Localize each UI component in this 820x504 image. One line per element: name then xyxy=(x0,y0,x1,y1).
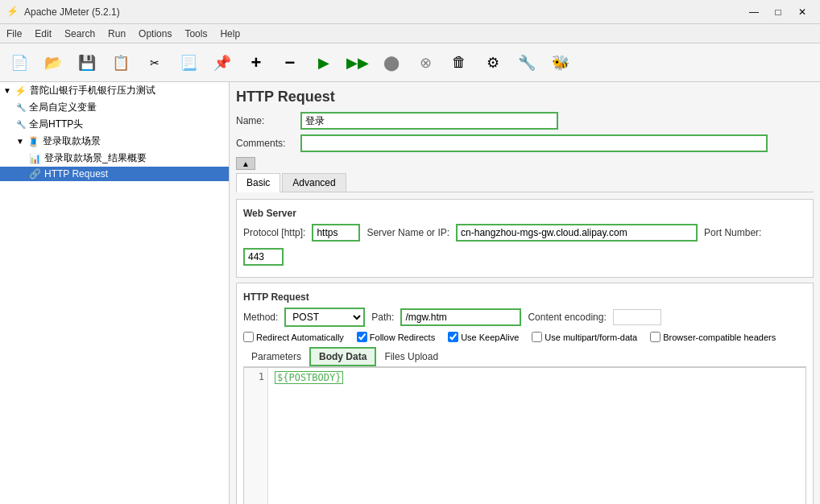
checkbox-follow-redirects: Follow Redirects xyxy=(357,332,435,342)
name-input[interactable] xyxy=(300,112,558,130)
main-tabs: Basic Advanced xyxy=(236,173,814,192)
checkbox-browser-compat: Browser-compatible headers xyxy=(650,332,776,342)
menu-tools[interactable]: Tools xyxy=(178,24,213,43)
tree-label-scenario: 登录取款场景 xyxy=(43,134,101,148)
redirect-auto-checkbox[interactable] xyxy=(243,332,254,342)
titlebar: ⚡ Apache JMeter (5.2.1) — □ ✕ xyxy=(0,0,820,24)
collapse-button[interactable]: ▲ xyxy=(236,157,255,170)
sub-tab-files-upload[interactable]: Files Upload xyxy=(376,349,446,365)
comments-row: Comments: xyxy=(236,134,814,152)
server-row: Protocol [http]: Server Name or IP: Port… xyxy=(243,224,806,266)
name-label: Name: xyxy=(236,115,300,126)
paste-button[interactable]: 📌 xyxy=(206,47,238,79)
path-label: Path: xyxy=(371,312,394,323)
menubar: File Edit Search Run Options Tools Help xyxy=(0,24,820,43)
add-button[interactable]: + xyxy=(240,47,272,79)
http-request-row: Method: POST GET PUT DELETE Path: Conten… xyxy=(243,308,806,327)
tree-label-root: 普陀山银行手机银行压力测试 xyxy=(30,84,155,97)
copy-button[interactable]: 📃 xyxy=(172,47,205,79)
sub-tabs: Parameters Body Data Files Upload xyxy=(243,347,806,367)
port-label: Port Number: xyxy=(704,227,761,238)
menu-edit[interactable]: Edit xyxy=(28,24,58,43)
menu-file[interactable]: File xyxy=(0,24,28,43)
multipart-label: Use multipart/form-data xyxy=(545,333,637,342)
tab-advanced[interactable]: Advanced xyxy=(282,173,346,192)
header-icon: 🔧 xyxy=(16,120,26,129)
saveas-button[interactable]: 📋 xyxy=(105,47,137,79)
http-request-header: HTTP Request xyxy=(243,290,806,304)
stop-button[interactable]: ⬤ xyxy=(375,47,408,79)
settings-button[interactable]: ⚙ xyxy=(477,47,509,79)
checkbox-multipart: Use multipart/form-data xyxy=(532,332,637,342)
http-request-icon: 🔗 xyxy=(29,168,41,180)
tree-item-scenario[interactable]: ▼ 🧵 登录取款场景 xyxy=(0,133,229,150)
tab-basic[interactable]: Basic xyxy=(236,173,280,192)
menu-options[interactable]: Options xyxy=(132,24,178,43)
port-input[interactable] xyxy=(243,248,284,266)
menu-help[interactable]: Help xyxy=(213,24,246,43)
panel-title: HTTP Request xyxy=(236,89,814,105)
redirect-auto-label: Redirect Automatically xyxy=(256,333,344,342)
remote-button[interactable]: 🔧 xyxy=(511,47,543,79)
method-select[interactable]: POST GET PUT DELETE xyxy=(284,308,365,327)
right-panel: HTTP Request Name: Comments: ▲ Basic Adv… xyxy=(230,82,820,504)
close-button[interactable]: ✕ xyxy=(791,3,814,21)
method-label: Method: xyxy=(243,312,278,323)
menu-search[interactable]: Search xyxy=(58,24,101,43)
multipart-checkbox[interactable] xyxy=(532,332,542,342)
protocol-input[interactable] xyxy=(312,224,360,242)
menu-run[interactable]: Run xyxy=(101,24,132,43)
open-button[interactable]: 📂 xyxy=(37,47,69,79)
remove-button[interactable]: − xyxy=(274,47,306,79)
checkbox-keepalive: Use KeepAlive xyxy=(448,332,519,342)
tree-item-http-request[interactable]: 🔗 HTTP Request xyxy=(0,167,229,181)
main-layout: ▼ ⚡ 普陀山银行手机银行压力测试 🔧 全局自定义变量 🔧 全局HTTP头 ▼ … xyxy=(0,82,820,504)
server-name-input[interactable] xyxy=(456,224,698,242)
tree-item-summary[interactable]: 📊 登录取款场景_结果概要 xyxy=(0,150,229,167)
summary-icon: 📊 xyxy=(29,153,41,164)
tree-label-summary: 登录取款场景_结果概要 xyxy=(44,151,147,165)
start-no-pause-button[interactable]: ▶▶ xyxy=(342,47,374,79)
keepalive-label: Use KeepAlive xyxy=(461,333,519,342)
root-icon: ⚡ xyxy=(14,85,27,97)
window-controls: — □ ✕ xyxy=(743,3,814,21)
tree-item-header[interactable]: 🔧 全局HTTP头 xyxy=(0,116,229,133)
scenario-expand-icon: ▼ xyxy=(16,137,26,146)
sub-tab-body-data[interactable]: Body Data xyxy=(309,347,376,366)
vars-icon: 🔧 xyxy=(16,103,26,112)
path-input[interactable] xyxy=(400,308,521,326)
stop-now-button[interactable]: ⊗ xyxy=(409,47,441,79)
comments-label: Comments: xyxy=(236,138,300,149)
help-button[interactable]: 🐝 xyxy=(545,47,577,79)
tree-item-vars[interactable]: 🔧 全局自定义变量 xyxy=(0,99,229,116)
http-request-section: HTTP Request Method: POST GET PUT DELETE… xyxy=(236,283,814,504)
maximize-button[interactable]: □ xyxy=(767,3,789,21)
body-content[interactable]: ${POSTBODY} xyxy=(268,368,806,504)
tree-item-root[interactable]: ▼ ⚡ 普陀山银行手机银行压力测试 xyxy=(0,82,229,99)
encoding-label: Content encoding: xyxy=(528,312,606,323)
minimize-button[interactable]: — xyxy=(743,3,765,21)
encoding-input[interactable] xyxy=(613,309,661,325)
toolbar: 📄 📂 💾 📋 ✂ 📃 📌 + − ▶ ▶▶ ⬤ ⊗ 🗑 ⚙ 🔧 🐝 xyxy=(0,43,820,82)
keepalive-checkbox[interactable] xyxy=(448,332,458,342)
scenario-icon: 🧵 xyxy=(27,136,39,147)
browser-compat-label: Browser-compatible headers xyxy=(663,333,776,342)
body-data-area: 1 ${POSTBODY} xyxy=(243,367,806,504)
clear-all-button[interactable]: 🗑 xyxy=(443,47,475,79)
web-server-header: Web Server xyxy=(243,206,806,221)
save-button[interactable]: 💾 xyxy=(71,47,103,79)
new-button[interactable]: 📄 xyxy=(3,47,35,79)
line-number-1: 1 xyxy=(247,371,264,382)
cut-button[interactable]: ✂ xyxy=(139,47,171,79)
run-button[interactable]: ▶ xyxy=(308,47,340,79)
expand-icon: ▼ xyxy=(3,86,13,95)
follow-redirects-label: Follow Redirects xyxy=(370,333,435,342)
comments-input[interactable] xyxy=(300,134,768,152)
browser-compat-checkbox[interactable] xyxy=(650,332,661,342)
sub-tab-parameters[interactable]: Parameters xyxy=(243,349,309,365)
follow-redirects-checkbox[interactable] xyxy=(357,332,367,342)
app-title: Apache JMeter (5.2.1) xyxy=(24,6,743,18)
name-row: Name: xyxy=(236,112,814,130)
tree-label-vars: 全局自定义变量 xyxy=(29,101,97,114)
app-icon: ⚡ xyxy=(6,6,19,19)
